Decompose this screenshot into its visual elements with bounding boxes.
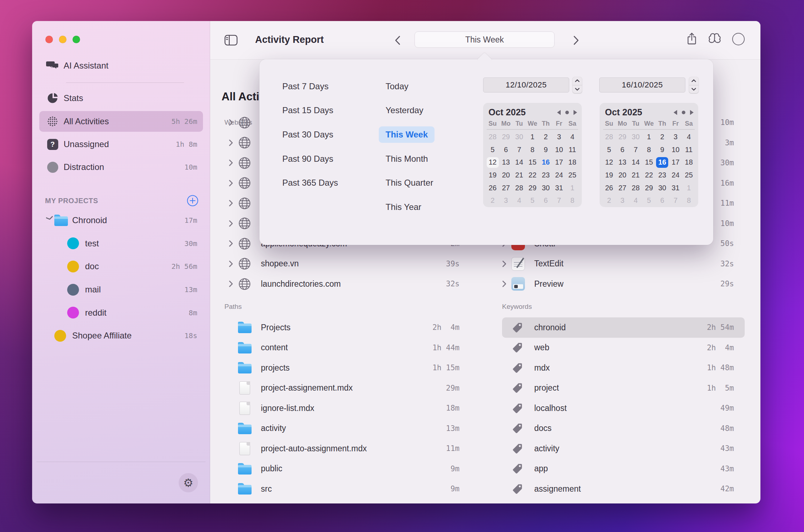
- calendar-day[interactable]: 7: [513, 144, 525, 155]
- disclosure-chevron-icon[interactable]: [229, 139, 238, 146]
- path-row[interactable]: public 9m: [229, 459, 461, 479]
- keyword-row[interactable]: localhost 49m: [502, 398, 745, 418]
- calendar-day[interactable]: 8: [566, 195, 579, 206]
- stepper-up-icon[interactable]: [572, 77, 582, 85]
- current-month-icon[interactable]: [565, 111, 569, 114]
- calendar-day[interactable]: 1: [526, 132, 539, 142]
- project-row[interactable]: mail 13m: [39, 278, 203, 301]
- calendar-day[interactable]: 10: [553, 144, 565, 155]
- sidebar-item-distraction[interactable]: Distraction 10m: [39, 157, 203, 177]
- calendar-day[interactable]: 28: [630, 182, 642, 193]
- disclosure-chevron-icon[interactable]: [229, 240, 238, 247]
- calendar-day[interactable]: 12: [487, 157, 499, 168]
- app-row[interactable]: TextEdit 32s: [502, 254, 745, 274]
- calendar-day[interactable]: 30: [630, 132, 642, 142]
- calendar-day[interactable]: 21: [513, 170, 525, 181]
- calendar-day[interactable]: 8: [526, 144, 539, 155]
- stepper-down-icon[interactable]: [572, 85, 582, 94]
- calendar-day[interactable]: 18: [683, 157, 695, 168]
- project-row[interactable]: Shopee Affiliate 18s: [39, 324, 203, 347]
- calendar-day[interactable]: 10: [670, 144, 682, 155]
- next-month-icon[interactable]: [574, 110, 577, 115]
- path-row[interactable]: project-auto-assignment.mdx 11m: [229, 438, 461, 459]
- preset-option[interactable]: This Year: [379, 199, 428, 215]
- calendar-day[interactable]: 25: [566, 170, 579, 181]
- calendar-day[interactable]: 5: [487, 144, 499, 155]
- calendar-day[interactable]: 19: [603, 170, 615, 181]
- calendar-day[interactable]: 27: [616, 182, 629, 193]
- next-month-icon[interactable]: [690, 110, 694, 115]
- keyword-row[interactable]: activity 43m: [502, 438, 745, 459]
- preset-option[interactable]: This Quarter: [379, 175, 440, 191]
- calendar-day[interactable]: 1: [683, 182, 695, 193]
- calendar-day[interactable]: 28: [487, 132, 499, 142]
- disclosure-chevron-icon[interactable]: [229, 119, 238, 126]
- calendar-day[interactable]: 9: [540, 144, 552, 155]
- calendar-day[interactable]: 31: [553, 182, 565, 193]
- calendar-day[interactable]: 20: [616, 170, 629, 181]
- calendar-day[interactable]: 22: [643, 170, 655, 181]
- previous-period-button[interactable]: [394, 35, 401, 45]
- previous-month-icon[interactable]: [557, 110, 561, 115]
- website-row[interactable]: launchdirectories.com 32s: [229, 274, 461, 294]
- keyword-row[interactable]: project 1h 5m: [502, 378, 745, 398]
- add-project-button[interactable]: [187, 195, 199, 207]
- keyword-row[interactable]: docs 48m: [502, 418, 745, 439]
- current-month-icon[interactable]: [682, 111, 685, 114]
- keyword-row[interactable]: assignement 42m: [502, 479, 745, 499]
- calendar-day[interactable]: 2: [540, 132, 552, 142]
- calendar-day[interactable]: 24: [670, 170, 682, 181]
- keyword-row[interactable]: mdx 1h 48m: [502, 358, 745, 378]
- period-selector[interactable]: This Week: [415, 31, 555, 48]
- calendar-day[interactable]: 3: [553, 132, 565, 142]
- calendar-day[interactable]: 3: [670, 132, 682, 142]
- calendar-day[interactable]: 2: [603, 195, 615, 206]
- keyword-row[interactable]: chronoid 2h 54m: [502, 317, 745, 338]
- calendar-day[interactable]: 14: [630, 157, 642, 168]
- ai-brain-button[interactable]: [707, 33, 722, 45]
- calendar-day[interactable]: 29: [526, 182, 539, 193]
- calendar-day[interactable]: 26: [487, 182, 499, 193]
- path-row[interactable]: Projects 2h 4m: [229, 317, 461, 338]
- calendar-day[interactable]: 5: [643, 195, 655, 206]
- end-date-field[interactable]: 16/10/2025: [599, 77, 685, 92]
- calendar-day[interactable]: 22: [526, 170, 539, 181]
- previous-month-icon[interactable]: [674, 110, 677, 115]
- calendar-day[interactable]: 12: [603, 157, 615, 168]
- calendar-day[interactable]: 30: [513, 132, 525, 142]
- calendar-day[interactable]: 31: [670, 182, 682, 193]
- minimize-window-button[interactable]: [59, 36, 66, 43]
- calendar-day[interactable]: 15: [526, 157, 539, 168]
- start-date-stepper[interactable]: [572, 77, 582, 93]
- path-row[interactable]: src 9m: [229, 479, 461, 499]
- preset-option[interactable]: This Month: [379, 151, 435, 167]
- end-date-stepper[interactable]: [689, 77, 699, 93]
- sidebar-item-ai-assistant[interactable]: AI Assistant: [39, 55, 203, 76]
- calendar-day[interactable]: 15: [643, 157, 655, 168]
- calendar-day[interactable]: 5: [603, 144, 615, 155]
- calendar-day[interactable]: 6: [616, 144, 629, 155]
- path-row[interactable]: projects 1h 15m: [229, 358, 461, 378]
- path-row[interactable]: project-assignement.mdx 29m: [229, 378, 461, 398]
- disclosure-chevron-icon[interactable]: [229, 280, 238, 287]
- path-row[interactable]: content 1h 44m: [229, 338, 461, 358]
- project-row[interactable]: doc 2h 56m: [39, 255, 203, 278]
- preset-option[interactable]: Today: [379, 78, 415, 95]
- disclosure-chevron-icon[interactable]: [229, 180, 238, 187]
- disclosure-chevron-icon[interactable]: [229, 159, 238, 166]
- calendar-day[interactable]: 4: [566, 132, 579, 142]
- calendar-day[interactable]: 26: [603, 182, 615, 193]
- calendar-day[interactable]: 6: [656, 195, 668, 206]
- calendar-day[interactable]: 3: [616, 195, 629, 206]
- project-row[interactable]: test 30m: [39, 232, 203, 255]
- calendar-day[interactable]: 8: [683, 195, 695, 206]
- calendar-day[interactable]: 7: [630, 144, 642, 155]
- calendar-day[interactable]: 3: [500, 195, 512, 206]
- start-date-field[interactable]: 12/10/2025: [483, 77, 569, 92]
- calendar-day[interactable]: 19: [487, 170, 499, 181]
- calendar-day[interactable]: 6: [540, 195, 552, 206]
- keyword-row[interactable]: web 2h 4m: [502, 338, 745, 358]
- calendar-day[interactable]: 20: [500, 170, 512, 181]
- sidebar-item-stats[interactable]: Stats: [39, 88, 203, 109]
- calendar-day[interactable]: 4: [630, 195, 642, 206]
